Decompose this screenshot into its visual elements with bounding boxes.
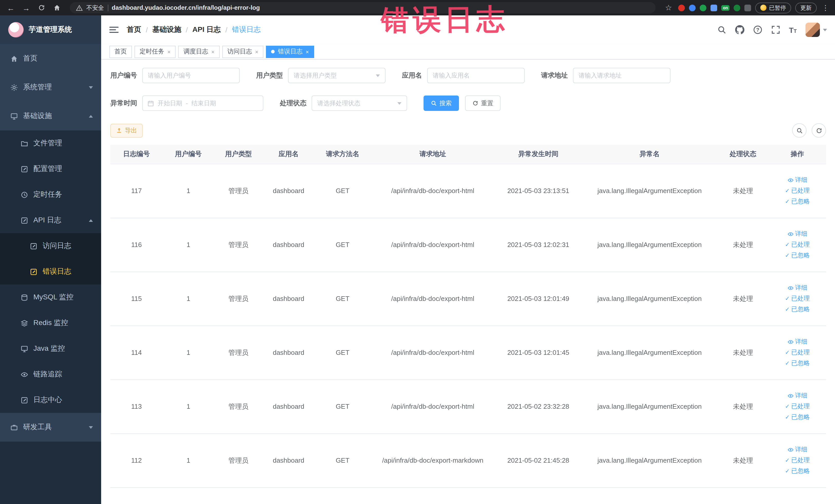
sidebar-item-home[interactable]: 首页 [0,44,101,73]
app-logo[interactable]: 芋道管理系统 [0,15,101,44]
export-button[interactable]: 导出 [110,123,143,137]
detail-link[interactable]: 详细 [787,337,807,346]
detail-label: 详细 [795,445,807,454]
url-text[interactable]: dashboard.yudao.iocoder.cn/infra/log/api… [111,4,260,11]
cell-user-type: 管理员 [214,380,263,434]
request-url-input[interactable] [573,68,670,83]
sidebar-item-redis-monitor[interactable]: Redis 监控 [0,310,101,336]
sidebar-item-error-log[interactable]: 错误日志 [0,259,101,284]
breadcrumb-api-logs[interactable]: API 日志 [192,25,221,35]
table-row: 112 1 管理员 dashboard GET /api/infra/db-do… [110,434,826,487]
select-placeholder: 请选择用户类型 [294,71,376,80]
browser-update-button[interactable]: 更新 [795,2,817,13]
mark-ignored-link[interactable]: ✓已忽略 [785,467,810,476]
tab-label: 定时任务 [140,47,164,56]
error-log-table: 日志编号 用户编号 用户类型 应用名 请求方法名 请求地址 异常发生时间 异常名… [110,145,826,488]
bookmark-star-icon[interactable]: ☆ [663,2,674,13]
cell-app: dashboard [263,380,314,434]
tab-schedule-log[interactable]: 调度日志 × [178,45,220,58]
app-name-input[interactable] [427,68,525,83]
extension-icon-3[interactable] [700,4,707,11]
cell-url: /api/infra/db-doc/export-markdown [371,434,495,487]
mark-ignored-link[interactable]: ✓已忽略 [785,251,810,260]
mark-ignored-link[interactable]: ✓已忽略 [785,413,810,422]
tab-error-log[interactable]: 错误日志 × [266,45,314,58]
refresh-table-button[interactable] [812,123,826,138]
detail-link[interactable]: 详细 [787,176,807,184]
filter-row-1: 用户编号 用户类型 请选择用户类型 应用名 [110,68,826,83]
mark-processed-link[interactable]: ✓已处理 [785,456,810,465]
close-icon[interactable]: × [306,48,309,55]
sidebar-item-mysql-monitor[interactable]: MySQL 监控 [0,284,101,310]
breadcrumb-home[interactable]: 首页 [127,25,141,35]
exception-time-range-picker[interactable]: 开始日期 - 结束日期 [142,96,263,111]
close-icon[interactable]: × [211,48,215,55]
mark-ignored-link[interactable]: ✓已忽略 [785,359,810,368]
tab-label: 访问日志 [227,47,252,56]
tab-scheduled-jobs[interactable]: 定时任务 × [135,45,176,58]
browser-back-icon[interactable]: ← [5,2,16,13]
extension-icon-1[interactable] [678,4,685,11]
mark-processed-link[interactable]: ✓已处理 [785,348,810,357]
detail-link[interactable]: 详细 [787,391,807,400]
sidebar-item-config-mgmt[interactable]: 配置管理 [0,156,101,182]
tab-access-log[interactable]: 访问日志 × [222,45,264,58]
tab-home[interactable]: 首页 [109,45,132,58]
extension-icon-6[interactable] [745,4,751,11]
sidebar-item-api-logs[interactable]: API 日志 [0,207,101,233]
cell-status: 未处理 [717,164,769,218]
sidebar-item-tracing[interactable]: 链路追踪 [0,362,101,387]
mark-processed-link[interactable]: ✓已处理 [785,294,810,303]
page-content: 用户编号 用户类型 请选择用户类型 应用名 [101,60,835,504]
breadcrumb-infrastructure[interactable]: 基础设施 [152,25,181,35]
table-row: 114 1 管理员 dashboard GET /api/infra/db-do… [110,326,826,380]
font-size-icon[interactable]: TT [789,25,797,34]
close-icon[interactable]: × [255,48,259,55]
hamburger-icon[interactable] [109,27,119,33]
sidebar-item-scheduled-jobs[interactable]: 定时任务 [0,182,101,207]
tab-label: 调度日志 [184,47,208,56]
search-button[interactable]: 搜索 [424,96,459,111]
toggle-search-button[interactable] [792,123,807,138]
extension-icon-2[interactable] [689,4,696,11]
browser-home-icon[interactable] [51,2,63,13]
detail-link[interactable]: 详细 [787,283,807,292]
security-label[interactable]: 不安全 [86,4,104,12]
browser-reload-icon[interactable] [36,2,47,13]
extension-icon-5[interactable] [734,4,740,11]
mark-ignored-link[interactable]: ✓已忽略 [785,305,810,314]
sidebar-item-system-mgmt[interactable]: 系统管理 [0,73,101,102]
browser-menu-icon[interactable]: ⋮ [821,4,830,12]
github-icon[interactable] [735,25,744,35]
cell-log-id: 116 [110,218,163,271]
reset-button[interactable]: 重置 [465,96,501,111]
mark-processed-link[interactable]: ✓已处理 [785,186,810,195]
mark-ignored-link[interactable]: ✓已忽略 [785,197,810,206]
sidebar-item-file-mgmt[interactable]: 文件管理 [0,130,101,156]
help-icon[interactable]: ? [753,25,762,35]
search-icon[interactable] [717,25,726,35]
mark-processed-link[interactable]: ✓已处理 [785,240,810,249]
sidebar-item-dev-tools[interactable]: 研发工具 [0,413,101,442]
table-toolbar: 导出 [110,123,826,138]
doc-icon [30,242,38,250]
process-status-select[interactable]: 请选择处理状态 [312,96,407,111]
sidebar-item-java-monitor[interactable]: Java 监控 [0,336,101,362]
sidebar-item-label: MySQL 监控 [33,293,93,302]
extension-icon-4[interactable] [711,4,717,11]
user-menu[interactable] [806,23,827,37]
user-type-select[interactable]: 请选择用户类型 [288,68,386,83]
sidebar-item-access-log[interactable]: 访问日志 [0,233,101,259]
close-icon[interactable]: × [167,48,171,55]
paused-badge[interactable]: 已暂停 [755,2,791,13]
sidebar-item-log-center[interactable]: 日志中心 [0,387,101,413]
detail-link[interactable]: 详细 [787,445,807,454]
user-id-input[interactable] [142,68,240,83]
extension-on-badge[interactable]: on [721,5,730,11]
fullscreen-icon[interactable] [771,25,780,35]
address-bar[interactable]: 不安全 dashboard.yudao.iocoder.cn/infra/log… [70,2,656,13]
detail-link[interactable]: 详细 [787,229,807,238]
mark-processed-link[interactable]: ✓已处理 [785,402,810,411]
browser-forward-icon[interactable]: → [21,2,32,13]
sidebar-item-infrastructure[interactable]: 基础设施 [0,102,101,130]
